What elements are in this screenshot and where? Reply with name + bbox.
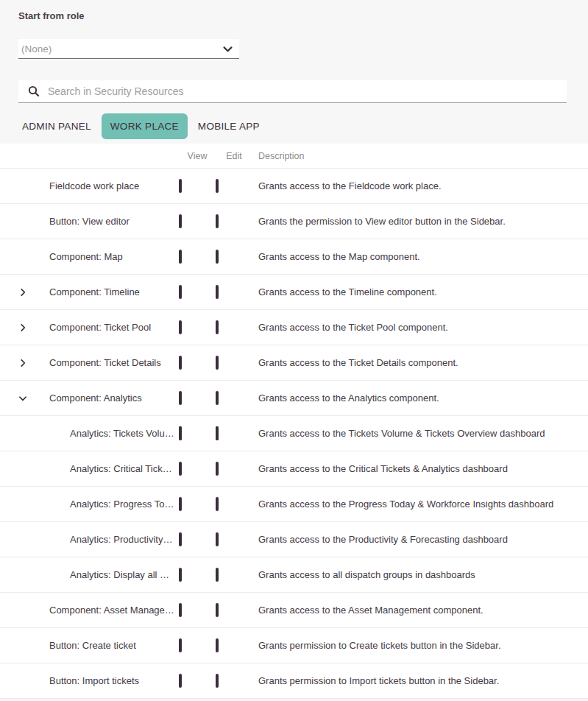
view-checkbox[interactable] (179, 568, 182, 582)
view-checkbox[interactable] (179, 214, 182, 228)
table-row: Analytics: Display all disp… Grants acce… (0, 557, 588, 592)
view-checkbox[interactable] (179, 285, 182, 299)
edit-checkbox[interactable] (216, 426, 219, 440)
header-edit: Edit (216, 151, 252, 161)
table-row: Analytics: Progress Toda… Grants access … (0, 486, 588, 521)
expander[interactable] (0, 487, 46, 521)
table-row: Component: Map Grants access to the Map … (0, 239, 588, 274)
edit-checkbox[interactable] (216, 250, 219, 264)
security-resources-table: View Edit Description Fieldcode work pla… (0, 144, 588, 699)
view-checkbox[interactable] (179, 391, 182, 405)
header-description: Description (252, 151, 588, 161)
edit-checkbox[interactable] (216, 532, 219, 546)
chevron-right-icon (18, 358, 28, 368)
table-row: Component: Asset Management Grants acces… (0, 592, 588, 627)
row-description: Grants access to the Ticket Details comp… (252, 357, 588, 368)
row-name: Component: Analytics (46, 392, 179, 404)
row-name: Component: Timeline (46, 286, 179, 297)
view-checkbox[interactable] (179, 320, 182, 334)
expander[interactable] (0, 345, 46, 380)
edit-checkbox[interactable] (216, 320, 219, 334)
table-body: Fieldcode work place Grants access to th… (0, 168, 588, 698)
view-checkbox[interactable] (179, 426, 182, 440)
expander[interactable] (0, 522, 46, 557)
edit-checkbox[interactable] (216, 462, 219, 476)
view-checkbox[interactable] (179, 462, 182, 476)
expander[interactable] (0, 275, 46, 309)
role-section: Start from role (None) (0, 0, 588, 59)
header-view: View (179, 151, 216, 161)
edit-checkbox[interactable] (216, 356, 219, 370)
view-checkbox[interactable] (179, 532, 182, 546)
expander[interactable] (0, 204, 46, 239)
row-description: Grants access to the Fieldcode work plac… (252, 180, 588, 191)
row-description: Grants the permission to View editor but… (252, 216, 588, 227)
expander[interactable] (0, 628, 46, 663)
row-description: Grants access to the Progress Today & Wo… (252, 499, 588, 510)
view-checkbox[interactable] (179, 497, 182, 511)
edit-checkbox[interactable] (216, 179, 219, 193)
role-select-value: (None) (21, 43, 52, 54)
table-row: Component: Timeline Grants access to the… (0, 274, 588, 309)
search-bar (18, 80, 567, 103)
view-checkbox[interactable] (179, 356, 182, 370)
search-input[interactable] (40, 85, 567, 97)
row-name: Component: Ticket Details (46, 357, 179, 368)
row-description: Grants access to the Productivity & Fore… (252, 534, 588, 545)
view-checkbox[interactable] (179, 674, 182, 688)
expander[interactable] (0, 451, 46, 486)
chevron-right-icon (18, 323, 28, 333)
view-checkbox[interactable] (179, 603, 182, 617)
row-description: Grants access to the Analytics component… (252, 392, 588, 404)
expander[interactable] (0, 310, 46, 345)
row-description: Grants access to the Timeline component. (252, 286, 588, 297)
edit-checkbox[interactable] (216, 214, 219, 228)
table-row: Analytics: Tickets Volume… Grants access… (0, 415, 588, 451)
table-header: View Edit Description (0, 144, 588, 168)
table-row: Component: Analytics Grants access to th… (0, 380, 588, 415)
edit-checkbox[interactable] (216, 391, 219, 405)
role-select[interactable]: (None) (18, 39, 239, 59)
row-name: Button: Create ticket (46, 640, 179, 651)
row-description: Grants permission to Import tickets butt… (252, 675, 588, 686)
expander[interactable] (0, 169, 46, 203)
edit-checkbox[interactable] (216, 568, 219, 582)
row-name: Analytics: Display all disp… (46, 569, 179, 580)
search-icon (27, 85, 40, 98)
row-name: Analytics: Tickets Volume… (46, 428, 179, 439)
tab-bar: ADMIN PANEL WORK PLACE MOBILE APP (13, 113, 588, 139)
view-checkbox[interactable] (179, 250, 182, 264)
expander[interactable] (0, 663, 46, 698)
edit-checkbox[interactable] (216, 497, 219, 511)
tab-admin-panel[interactable]: ADMIN PANEL (13, 113, 100, 139)
table-row: Button: Create ticket Grants permission … (0, 627, 588, 663)
edit-checkbox[interactable] (216, 603, 219, 617)
table-row: Component: Ticket Details Grants access … (0, 345, 588, 380)
row-name: Component: Asset Management (46, 605, 179, 616)
row-name: Analytics: Progress Toda… (46, 499, 179, 510)
expander[interactable] (0, 593, 46, 627)
row-name: Component: Ticket Pool (46, 322, 179, 333)
tab-work-place[interactable]: WORK PLACE (102, 113, 188, 139)
row-description: Grants access to the Ticket Pool compone… (252, 322, 588, 333)
row-description: Grants access to the Map component. (252, 251, 588, 262)
expander[interactable] (0, 557, 46, 592)
row-name: Button: View editor (46, 216, 179, 227)
view-checkbox[interactable] (179, 179, 182, 193)
edit-checkbox[interactable] (216, 285, 219, 299)
table-row: Component: Ticket Pool Grants access to … (0, 309, 588, 345)
edit-checkbox[interactable] (216, 638, 219, 652)
expander[interactable] (0, 381, 46, 415)
table-row: Button: Import tickets Grants permission… (0, 663, 588, 698)
row-description: Grants access to all dispatch groups in … (252, 569, 588, 580)
tab-mobile-app[interactable]: MOBILE APP (189, 113, 269, 139)
chevron-down-icon (18, 393, 28, 404)
view-checkbox[interactable] (179, 638, 182, 652)
edit-checkbox[interactable] (216, 674, 219, 688)
row-description: Grants access to the Tickets Volume & Ti… (252, 428, 588, 439)
expander[interactable] (0, 239, 46, 274)
expander[interactable] (0, 416, 46, 451)
row-description: Grants access to the Asset Management co… (252, 605, 588, 616)
chevron-right-icon (18, 287, 28, 297)
row-description: Grants permission to Create tickets butt… (252, 640, 588, 651)
